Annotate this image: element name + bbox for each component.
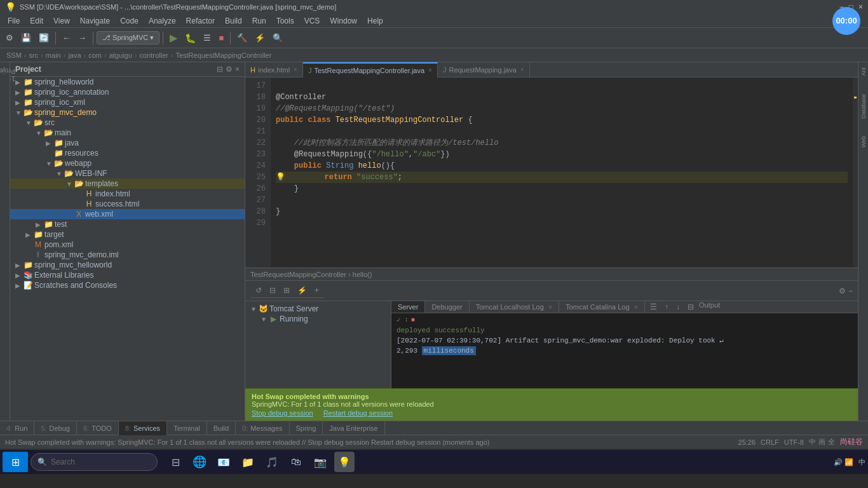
menu-code[interactable]: Code [115, 15, 144, 27]
tree-item-scratches[interactable]: ▶ 📝 Scratches and Consoles [10, 280, 245, 290]
taskbar-icon-store[interactable]: 🛍 [286, 452, 306, 472]
tab-index-html[interactable]: H index.html × [245, 62, 303, 78]
database-sidebar-icon[interactable]: Database [859, 92, 868, 121]
tree-item-index-html[interactable]: H index.html [10, 189, 245, 199]
menu-analyze[interactable]: Analyze [144, 15, 181, 27]
output-tb-1[interactable]: ☰ [648, 301, 660, 313]
tree-item-spring-mvc-helloworld[interactable]: ▶ 📁 spring_mvc_helloworld [10, 260, 245, 270]
bc-main[interactable]: main [46, 51, 61, 59]
tree-item-spring-mvc-demo[interactable]: ▼ 📂 spring_mvc_demo [10, 107, 245, 118]
tab-close-java2[interactable]: × [520, 66, 524, 73]
tree-item-src[interactable]: ▼ 📂 src [10, 118, 245, 128]
tree-item-web-xml[interactable]: X web.xml [10, 209, 245, 219]
toolbar-debug[interactable]: 🐛 [182, 31, 199, 45]
notif-link-restart[interactable]: Restart debug session [323, 409, 393, 417]
tab-test-request-mapping[interactable]: J TestRequestMappingController.java × [303, 62, 438, 78]
tomcat-server-item[interactable]: ▼ 🐱 Tomcat Server [248, 304, 388, 314]
tree-item-spring-ioc-xml[interactable]: ▶ 📁 spring_ioc_xml [10, 97, 245, 107]
svc-icon-gear[interactable]: ⚙ [839, 287, 846, 295]
bc-ssm[interactable]: SSM [6, 51, 22, 59]
toolbar-search[interactable]: 🔍 [269, 31, 286, 44]
code-editor[interactable]: 17 18 19 20 21 22 23 24 25 26 27 28 29 @… [245, 78, 858, 268]
notif-link-stop[interactable]: Stop debug session [252, 409, 313, 417]
toolbar-run[interactable]: ▶ [166, 30, 180, 46]
toolbar-make[interactable]: ⚡ [252, 31, 268, 44]
output-tb-4[interactable]: ⊟ [685, 301, 696, 313]
menu-help[interactable]: Help [362, 15, 388, 27]
tab-request-mapping[interactable]: J RequestMapping.java × [438, 62, 530, 78]
btm-tab-debug[interactable]: 5:Debug [34, 421, 77, 435]
btm-tab-terminal[interactable]: Terminal [167, 421, 207, 435]
tab-close-java[interactable]: × [428, 67, 432, 74]
toolbar-save[interactable]: 💾 [18, 31, 34, 44]
toolbar-coverage[interactable]: ☰ [200, 31, 214, 44]
toolbar-build[interactable]: 🔨 [234, 31, 250, 44]
svc-collapse-btn[interactable]: ⊟ [267, 285, 278, 296]
btm-tab-services[interactable]: 8:Services [119, 421, 167, 435]
project-sidebar-icon[interactable]: 1: Project [0, 65, 17, 85]
svc-tab-catalina-log[interactable]: Tomcat Catalina Log × [559, 301, 645, 313]
btm-tab-todo[interactable]: 6:TODO [77, 421, 119, 435]
tree-item-main[interactable]: ▼ 📂 main [10, 128, 245, 138]
tomcat-running-item[interactable]: ▼ ▶ Running [248, 314, 388, 324]
output-tb-2[interactable]: ↑ [662, 301, 671, 313]
editor-scrollbar[interactable] [853, 78, 858, 268]
menu-navigate[interactable]: Navigate [75, 15, 115, 27]
menu-tools[interactable]: Tools [271, 15, 299, 27]
tree-item-success-html[interactable]: H success.html [10, 199, 245, 209]
bc-atguigu[interactable]: atguigu [109, 51, 132, 59]
taskbar-icon-intellij[interactable]: 💡 [334, 452, 355, 472]
panel-icon-settings[interactable]: ⚙ [226, 65, 233, 74]
btm-tab-java-enterprise[interactable]: Java Enterprise [323, 421, 384, 435]
ant-sidebar-icon[interactable]: Ant [859, 65, 868, 79]
btm-tab-build[interactable]: Build [207, 421, 236, 435]
toolbar-settings[interactable]: ⚙ [3, 31, 17, 44]
taskbar-search[interactable]: 🔍 Search [31, 453, 158, 471]
tree-item-pom-xml[interactable]: M pom.xml [10, 240, 245, 250]
svc-restart-btn[interactable]: ↺ [253, 285, 264, 296]
taskbar-icon-mail[interactable]: 📧 [214, 452, 234, 472]
toolbar-stop[interactable]: ■ [215, 31, 227, 44]
bc-controller[interactable]: controller [139, 51, 168, 59]
web-sidebar-icon[interactable]: Web [859, 133, 868, 150]
tree-item-java[interactable]: ▶ 📁 java [10, 138, 245, 148]
btm-tab-spring[interactable]: Spring [290, 421, 323, 435]
bc-src[interactable]: src [29, 51, 39, 59]
taskbar-icon-task-view[interactable]: ⊟ [165, 452, 186, 472]
tree-item-templates[interactable]: ▼ 📂 templates [10, 179, 245, 189]
tab-close-html[interactable]: × [294, 66, 297, 73]
tree-item-spring-helloworld[interactable]: ▶ 📁 spring_helloworld [10, 77, 245, 87]
toolbar-sync[interactable]: 🔄 [36, 31, 52, 44]
svc-tab-debugger[interactable]: Debugger [425, 301, 469, 313]
menu-run[interactable]: Run [247, 15, 271, 27]
svc-tab-localhost-log[interactable]: Tomcat Localhost Log × [470, 301, 560, 313]
tree-item-resources[interactable]: 📁 resources [10, 148, 245, 158]
tree-item-test[interactable]: ▶ 📁 test [10, 219, 245, 229]
menu-window[interactable]: Window [325, 15, 362, 27]
svc-add-btn[interactable]: + [312, 285, 322, 296]
tree-item-webinf[interactable]: ▼ 📂 WEB-INF [10, 168, 245, 179]
menu-file[interactable]: File [3, 15, 25, 27]
svc-icon-close[interactable]: − [848, 287, 853, 295]
menu-edit[interactable]: Edit [25, 15, 48, 27]
taskbar-icon-folder[interactable]: 📁 [238, 452, 258, 472]
tree-item-external-libraries[interactable]: ▶ 📚 External Libraries [10, 270, 245, 280]
svc-expand-btn[interactable]: ⊞ [281, 285, 292, 296]
svc-filter-btn[interactable]: ⚡ [295, 285, 309, 296]
bc-com[interactable]: com [88, 51, 102, 59]
btm-tab-messages[interactable]: 0:Messages [236, 421, 289, 435]
tree-item-iml[interactable]: I spring_mvc_demo.iml [10, 250, 245, 260]
close-button[interactable]: × [858, 3, 863, 11]
panel-icon-close[interactable]: × [235, 65, 240, 74]
toolbar-forward[interactable]: → [75, 31, 90, 44]
branch-selector[interactable]: ⎇ SpringMVC ▾ [97, 31, 159, 44]
menu-vcs[interactable]: VCS [299, 15, 325, 27]
toolbar-back[interactable]: ← [59, 31, 74, 44]
taskbar-icon-music[interactable]: 🎵 [262, 452, 282, 472]
start-button[interactable]: ⊞ [3, 452, 28, 472]
bc-java[interactable]: java [68, 51, 81, 59]
tree-item-spring-ioc-annotation[interactable]: ▶ 📁 spring_ioc_annotation [10, 87, 245, 97]
tree-item-webapp[interactable]: ▼ 📂 webapp [10, 158, 245, 168]
menu-refactor[interactable]: Refactor [181, 15, 220, 27]
tree-item-target[interactable]: ▶ 📁 target [10, 229, 245, 240]
